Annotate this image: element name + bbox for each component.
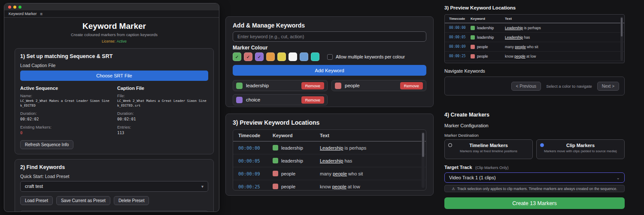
minimize-window-button[interactable] — [13, 6, 16, 9]
check-icon: ✓ — [258, 55, 261, 59]
load-caption-label: Load Caption File — [20, 63, 208, 68]
preview-table-body: 00:00:00leadershipLeadership is perhaps0… — [233, 141, 426, 190]
quick-start-label: Quick Start: Load Preset — [20, 174, 208, 179]
existing-markers-label: Existing Markers: — [20, 125, 111, 129]
preview-row[interactable]: 00:00:25peopleknow people at low — [445, 52, 624, 61]
panel-tab-bar: Keyword Marker ≡ — [4, 10, 219, 18]
target-track-label: Target Track (Clip Markers Only) — [444, 163, 625, 171]
scrollbar-thumb[interactable] — [621, 18, 623, 37]
preview-table-body: 00:00:00leadershipLeadership is perhaps0… — [445, 23, 624, 61]
keyword-colour-swatch — [273, 158, 278, 163]
column-header-keyword: Keyword — [471, 17, 505, 21]
preset-select[interactable]: craft test ▾ — [20, 181, 208, 192]
delete-preset-button[interactable]: Delete Preset — [114, 196, 149, 205]
preview-row[interactable]: 00:00:25peopleknow people at low — [233, 180, 426, 190]
existing-markers-value: 0 — [20, 130, 111, 136]
check-icon: ✓ — [246, 55, 250, 59]
scrollbar[interactable] — [620, 17, 623, 61]
caption-text: Leadership is perhaps — [505, 26, 620, 30]
keyword-colour-swatch — [471, 26, 475, 30]
caption-text: Leadership has — [505, 35, 620, 40]
caption-text: many people who sit — [320, 171, 421, 176]
colour-swatch-purple[interactable]: ✓ — [255, 52, 264, 61]
colour-swatch-rose[interactable]: ✓ — [244, 52, 252, 61]
remove-keyword-button[interactable]: Remove — [301, 96, 324, 104]
create-markers-title: 4) Create Markers — [444, 112, 625, 118]
preview-table: TimecodeKeywordText 00:00:00leadershipLe… — [233, 129, 426, 190]
matched-keyword: Leadership — [320, 158, 343, 163]
timecode: 00:00:00 — [449, 26, 466, 30]
remove-keyword-button[interactable]: Remove — [301, 82, 324, 89]
preview-table-header: TimecodeKeywordText — [445, 15, 624, 23]
keyword-entry-field[interactable] — [20, 211, 208, 212]
page-title: Keyword Marker — [15, 22, 214, 31]
caption-text: Leadership has — [320, 158, 421, 163]
preview-row[interactable]: 00:00:09peoplemany people who sit — [233, 167, 426, 180]
allow-multiple-checkbox[interactable] — [327, 54, 333, 60]
colour-swatch-yellow[interactable] — [277, 52, 286, 61]
colour-swatch-orange[interactable] — [266, 52, 275, 61]
window-titlebar[interactable] — [4, 3, 219, 10]
timecode: 00:00:05 — [238, 158, 260, 163]
setup-section: 1) Set up matching Sequence & SRT Load C… — [15, 48, 214, 154]
active-sequence-column: Active Sequence Name: LC_Week 2_What Mak… — [20, 86, 111, 136]
preview-keyword-card: 3) Preview Keyword Locations TimecodeKey… — [225, 114, 434, 196]
destination-title: Timeline Markers — [445, 143, 532, 148]
destination-option-clip-markers[interactable]: Clip MarkersMarkers move with clips (add… — [536, 139, 625, 159]
preview-row[interactable]: 00:00:00leadershipLeadership is perhaps — [445, 23, 624, 33]
column-header-keyword: Keyword — [273, 133, 320, 138]
next-keyword-button[interactable]: Next > — [597, 82, 619, 91]
destination-description: Markers move with clips (added to source… — [537, 149, 624, 153]
preview-row[interactable]: 00:00:00leadershipLeadership is perhaps — [233, 141, 426, 154]
track-warning: ⚠ Track selection only applies to clip m… — [444, 185, 625, 192]
timecode: 00:00:25 — [449, 54, 466, 58]
timecode: 00:00:25 — [238, 184, 260, 189]
caption-text: know people at low — [505, 54, 620, 58]
keyword-list: leadershipRemovepeopleRemovechoiceRemove — [233, 80, 426, 105]
caption-file-value: LC_Week 2_What Makes a Great Leader Simo… — [117, 99, 208, 108]
matched-keyword: people — [332, 184, 346, 189]
check-icon: ✓ — [235, 55, 239, 59]
preview-row[interactable]: 00:00:05leadershipLeadership has — [233, 154, 426, 167]
preview-row[interactable]: 00:00:09peoplemany people who sit — [445, 42, 624, 52]
colour-swatch-blue[interactable] — [300, 52, 308, 61]
scrollbar[interactable] — [422, 132, 425, 188]
colour-swatch-green[interactable]: ✓ — [233, 52, 241, 61]
navigate-box: < Previous Select a color to navigate Ne… — [444, 77, 625, 95]
navigate-keywords-label: Navigate Keywords — [444, 68, 625, 74]
timecode: 00:00:09 — [449, 45, 466, 49]
zoom-window-button[interactable] — [18, 6, 21, 9]
refresh-sequence-button[interactable]: Refresh Sequence Info — [20, 140, 73, 149]
caption-duration-value: 00:02:01 — [117, 117, 208, 122]
allow-multiple-option[interactable]: Allow multiple keywords per colour — [327, 54, 405, 60]
save-preset-button[interactable]: Save Current as Preset — [56, 196, 110, 205]
scrollbar-thumb[interactable] — [422, 133, 424, 157]
choose-srt-file-button[interactable]: Choose SRT File — [20, 71, 208, 81]
panel-menu-icon[interactable]: ≡ — [40, 12, 43, 16]
keyword-colour-swatch — [471, 35, 475, 40]
colour-swatch-teal[interactable] — [311, 52, 319, 61]
remove-keyword-button[interactable]: Remove — [400, 82, 423, 89]
keyword-name: people — [281, 184, 295, 189]
keyword-input[interactable] — [233, 31, 426, 42]
sequence-info-grid: Active Sequence Name: LC_Week 2_What Mak… — [20, 86, 208, 136]
keyword-colour-swatch — [236, 97, 243, 103]
destination-option-timeline-markers[interactable]: Timeline MarkersMarkers stay at fixed ti… — [444, 139, 533, 159]
caption-file-heading: Caption File — [117, 86, 208, 91]
sequence-name-label: Name: — [20, 93, 111, 98]
close-window-button[interactable] — [8, 6, 11, 9]
create-markers-section: 4) Create Markers Marker Configuration M… — [444, 108, 625, 209]
add-keyword-button[interactable]: Add Keyword — [233, 65, 426, 76]
keyword-name: people — [477, 45, 488, 49]
panel-tab-keyword-marker[interactable]: Keyword Marker — [9, 12, 37, 16]
preview-row[interactable]: 00:00:05leadershipLeadership has — [445, 33, 624, 42]
previous-keyword-button[interactable]: < Previous — [511, 82, 541, 91]
colour-swatch-white[interactable] — [289, 52, 297, 61]
create-markers-button[interactable]: Create 13 Markers — [444, 197, 625, 209]
target-track-select[interactable]: Video Track 1 (1 clips) ⌄ — [444, 172, 625, 183]
load-preset-button[interactable]: Load Preset — [20, 196, 53, 205]
matched-keyword: people — [515, 45, 526, 49]
keyword-colour-swatch — [273, 145, 278, 150]
license-label: License: — [102, 39, 115, 43]
preview-section-right: 3) Preview Keyword Locations TimecodeKey… — [444, 5, 625, 95]
